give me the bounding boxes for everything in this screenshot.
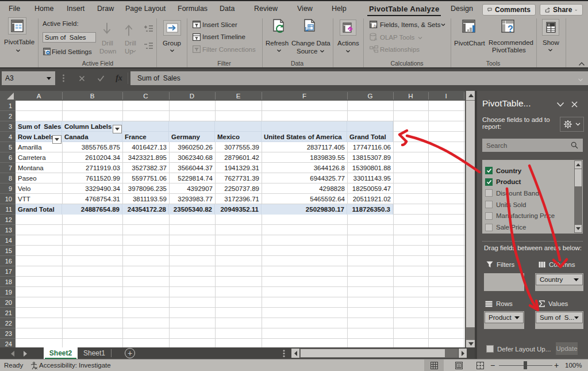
- defer-layout-checkbox[interactable]: [486, 345, 494, 353]
- ribbon-tab[interactable]: Review: [254, 1, 278, 16]
- columns-area-box[interactable]: Country: [535, 273, 583, 291]
- pivot-value-cell[interactable]: 3566044.37: [169, 163, 215, 173]
- field-item[interactable]: Sale Price: [485, 222, 526, 233]
- pane-tools-button[interactable]: [560, 117, 584, 132]
- column-header-h[interactable]: H: [393, 91, 428, 101]
- pivot-value-cell[interactable]: 33011143.95: [347, 173, 393, 183]
- pivot-col-header[interactable]: France: [122, 132, 169, 142]
- pivot-row-label[interactable]: Montana: [16, 163, 62, 173]
- scroll-up-button[interactable]: [466, 91, 475, 100]
- horizontal-scroll-thumb[interactable]: [301, 349, 445, 357]
- vertical-scroll-thumb[interactable]: [466, 101, 475, 327]
- pivot-total-cell[interactable]: 118726350.3: [347, 204, 393, 215]
- pivot-value-cell[interactable]: 7627731.39: [215, 173, 262, 183]
- hscroll-right-button[interactable]: [459, 349, 467, 358]
- pane-chevron-icon[interactable]: [556, 102, 564, 107]
- name-box[interactable]: A3: [2, 71, 55, 85]
- row-header[interactable]: 8: [0, 173, 16, 183]
- field-item[interactable]: Discount Band: [485, 188, 539, 198]
- pivot-value-cell[interactable]: 5597751.06: [122, 173, 169, 183]
- pivot-value-cell[interactable]: 3423321.895: [122, 152, 169, 163]
- row-header[interactable]: 24: [0, 339, 16, 347]
- update-button[interactable]: Update: [556, 342, 578, 355]
- pivot-value-cell[interactable]: 2879601.42: [215, 152, 262, 163]
- pivot-col-header[interactable]: United States of America: [262, 132, 347, 142]
- ribbon-tab[interactable]: Help: [332, 1, 347, 16]
- pivot-value-cell[interactable]: 4768754.31: [62, 194, 122, 204]
- pivot-value-cell[interactable]: 3293983.77: [169, 194, 215, 204]
- pivot-value-cell[interactable]: 1839839.55: [262, 152, 347, 163]
- pivot-value-cell[interactable]: 2610204.34: [62, 152, 122, 163]
- pivot-value-cell[interactable]: 4016427.13: [122, 142, 169, 152]
- column-header-i[interactable]: I: [428, 91, 464, 101]
- row-header[interactable]: 1: [0, 101, 16, 111]
- ribbon-tab[interactable]: Data: [220, 1, 235, 16]
- pivot-table[interactable]: Sum of Sales Column Labels Row Labels Ca…: [16, 121, 393, 215]
- view-normal-button[interactable]: [424, 359, 444, 371]
- cancel-button[interactable]: [77, 71, 86, 85]
- select-all-button[interactable]: [0, 91, 16, 101]
- search-input[interactable]: Search: [482, 139, 583, 152]
- pivot-value-cell[interactable]: 3172396.71: [215, 194, 262, 204]
- field-checkbox[interactable]: [485, 201, 493, 208]
- column-header-a[interactable]: A: [16, 91, 62, 101]
- collapse-field-icon[interactable]: [144, 43, 153, 50]
- field-checkbox[interactable]: [485, 167, 493, 174]
- sheet-tab-sheet1[interactable]: Sheet1: [79, 347, 109, 359]
- row-header[interactable]: 14: [0, 235, 16, 246]
- new-sheet-button[interactable]: +: [125, 348, 135, 358]
- pivot-value-cell[interactable]: 2711919.03: [62, 163, 122, 173]
- field-checkbox[interactable]: [485, 212, 493, 220]
- zoom-slider-handle[interactable]: [524, 361, 527, 369]
- row-header[interactable]: 2: [0, 111, 16, 121]
- ribbon-tab[interactable]: Design: [451, 1, 473, 16]
- pivot-value-cell[interactable]: 4392907: [169, 183, 215, 194]
- enter-button[interactable]: [96, 71, 105, 85]
- row-header[interactable]: 16: [0, 256, 16, 266]
- sheet-nav-left-icon[interactable]: [11, 351, 14, 357]
- row-header[interactable]: 5: [0, 142, 16, 152]
- sheet-tab-sheet2[interactable]: Sheet2: [44, 347, 78, 359]
- active-field-input[interactable]: Sum of Sales: [43, 32, 96, 43]
- pivot-value-cell[interactable]: 3960250.26: [169, 142, 215, 152]
- ribbon-tab[interactable]: Page Layout: [125, 1, 166, 16]
- pivot-value-cell[interactable]: 5229814.74: [169, 173, 215, 183]
- filters-area-box[interactable]: [484, 273, 524, 291]
- zoom-level[interactable]: 100%: [565, 359, 582, 371]
- formula-input[interactable]: Sum of Sales: [130, 71, 588, 85]
- row-header[interactable]: 6: [0, 152, 16, 163]
- pivot-value-cell[interactable]: 18250059.47: [347, 183, 393, 194]
- values-field-chip[interactable]: Sum of S...: [536, 312, 583, 323]
- field-item[interactable]: Manufacturing Price: [485, 211, 555, 221]
- columns-field-chip[interactable]: Country: [536, 274, 583, 285]
- pivot-value-cell[interactable]: 5465592.64: [262, 194, 347, 204]
- pivot-value-cell[interactable]: 13815307.89: [347, 152, 393, 163]
- field-item[interactable]: Product: [485, 177, 521, 188]
- field-list-scroll-up[interactable]: [575, 161, 582, 169]
- row-header[interactable]: 19: [0, 287, 16, 297]
- pivot-value-cell[interactable]: 2837117.405: [262, 142, 347, 152]
- pivot-row-label[interactable]: VTT: [16, 194, 62, 204]
- pivot-value-cell[interactable]: 2250737.89: [215, 183, 262, 194]
- column-header-g[interactable]: G: [347, 91, 393, 101]
- pivot-value-cell[interactable]: 6944325.77: [262, 173, 347, 183]
- pivot-value-cell[interactable]: 1941329.31: [215, 163, 262, 173]
- row-header[interactable]: 21: [0, 308, 16, 318]
- ribbon-tab[interactable]: Draw: [97, 1, 114, 16]
- field-list-scroll-thumb[interactable]: [575, 169, 582, 186]
- column-header-c[interactable]: C: [122, 91, 169, 101]
- formula-bar-expand-icon[interactable]: [578, 78, 583, 82]
- row-header[interactable]: 12: [0, 215, 16, 225]
- row-header[interactable]: 22: [0, 318, 16, 328]
- pivot-value-cell[interactable]: 7611520.99: [62, 173, 122, 183]
- pivot-value-cell[interactable]: 3527382.37: [122, 163, 169, 173]
- share-button[interactable]: Share: [540, 4, 583, 16]
- row-header[interactable]: 23: [0, 328, 16, 339]
- pivot-row-label[interactable]: Paseo: [16, 173, 62, 183]
- values-area-box[interactable]: Sum of S...: [535, 311, 583, 329]
- row-header[interactable]: 9: [0, 183, 16, 194]
- zoom-out-button[interactable]: −: [490, 359, 495, 371]
- pivot-value-cell[interactable]: 3329490.34: [62, 183, 122, 194]
- pivot-value-cell[interactable]: 3855765.875: [62, 142, 122, 152]
- rows-area-box[interactable]: Product: [484, 311, 524, 329]
